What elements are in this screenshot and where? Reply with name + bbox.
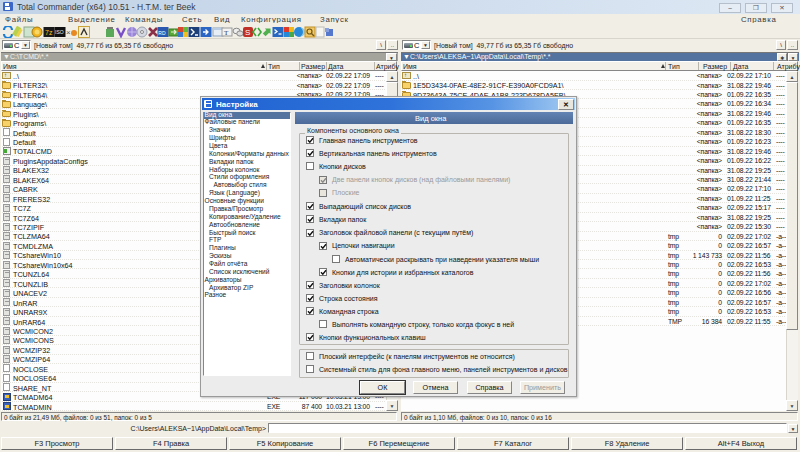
svg-text:T: T [224, 29, 229, 37]
svg-text:7z: 7z [45, 29, 53, 36]
svg-text:ISO: ISO [55, 29, 64, 35]
svg-text:×: × [66, 28, 71, 37]
svg-text:S: S [245, 28, 250, 37]
svg-text:RD: RD [158, 29, 166, 35]
